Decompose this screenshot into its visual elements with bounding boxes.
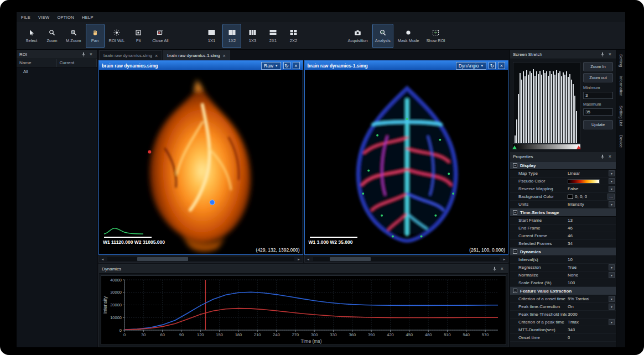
layout-1x3[interactable]: 1X3 [243, 24, 262, 48]
close-icon[interactable]: × [498, 62, 505, 69]
property-value[interactable]: 0; 0; 0... [567, 194, 616, 200]
dropdown-arrow-icon[interactable]: ▼ [609, 201, 615, 207]
update-button[interactable]: Update [583, 120, 613, 129]
property-value[interactable]: None▼ [567, 272, 616, 278]
close-icon[interactable]: × [293, 62, 300, 69]
roi-row-all[interactable]: All [17, 67, 97, 76]
property-value[interactable]: On▼ [567, 304, 616, 310]
property-value[interactable]: 34 [567, 241, 616, 246]
property-value[interactable]: 46 [567, 226, 616, 231]
roi-column-current[interactable]: Current [57, 59, 97, 67]
pin-icon[interactable] [491, 266, 497, 272]
minimum-input[interactable] [583, 92, 613, 99]
scrollbar-track[interactable] [107, 257, 294, 261]
property-value[interactable]: False▼ [567, 186, 616, 192]
scroll-left-icon[interactable]: ◄ [305, 258, 312, 261]
scroll-left-icon[interactable]: ◄ [99, 258, 106, 261]
property-value[interactable]: Linear▼ [567, 170, 616, 176]
property-value[interactable]: 340 [567, 327, 616, 332]
dynamics-chart-svg[interactable]: 0100002000030000400000306090120150180210… [101, 276, 506, 344]
layout-2x2[interactable]: 2X2 [284, 24, 303, 48]
mode-analysis[interactable]: Analysis [372, 24, 393, 48]
side-tab-setting[interactable]: Setting [619, 54, 624, 67]
scroll-right-icon[interactable]: ► [501, 258, 508, 261]
roi-column-name[interactable]: Name [17, 59, 57, 67]
tab-brain-raw-dynamics-simg[interactable]: brain raw dynamics.simg× [99, 50, 162, 60]
pin-icon[interactable] [80, 51, 86, 58]
viewer-raw-title-bar[interactable]: brain raw dynamics.simg Raw ▼ ↻ × [99, 61, 303, 70]
dynangio-image-canvas[interactable]: W1 3.000 W2 35.000 (261, 100, 0.000) [305, 70, 508, 254]
layout-1x1[interactable]: 1X1 [202, 24, 221, 48]
menu-item-option[interactable]: OPTION [57, 15, 74, 20]
property-value[interactable]: 10 [567, 257, 616, 262]
refresh-icon[interactable]: ↻ [283, 62, 290, 69]
tool-roi-w-l[interactable]: ROI W/L [106, 24, 128, 48]
property-section-time-series-image[interactable]: −Time-Series Image [510, 208, 616, 217]
property-value[interactable]: True▼ [567, 264, 616, 270]
refresh-icon[interactable]: ↻ [489, 62, 496, 69]
side-tab-device[interactable]: Device [619, 135, 624, 148]
tab-close-icon[interactable]: × [222, 53, 225, 59]
close-icon[interactable]: × [88, 51, 94, 58]
pin-icon[interactable] [599, 51, 605, 58]
menu-item-help[interactable]: HELP [82, 15, 94, 20]
property-value[interactable]: 100 [567, 280, 616, 285]
scrollbar-thumb[interactable] [137, 257, 188, 261]
dropdown-arrow-icon[interactable]: ▼ [609, 178, 615, 184]
dynangio-viewer-scrollbar[interactable]: ◄ ► [304, 255, 509, 263]
menu-item-file[interactable]: FILE [21, 15, 30, 20]
tool-pan[interactable]: Pan [86, 24, 105, 48]
raw-viewer-scrollbar[interactable]: ◄ ► [98, 255, 303, 263]
maximum-input[interactable] [583, 108, 613, 116]
dynamics-chart[interactable]: 0100002000030000400000306090120150180210… [101, 275, 506, 345]
raw-image-canvas[interactable]: W1 11120.000 W2 31005.000 (429, 132, 139… [99, 70, 303, 254]
property-value[interactable]: 13 [567, 218, 616, 223]
layout-1x2[interactable]: 1X2 [222, 24, 241, 48]
mode-mask-mode[interactable]: Mask Mode [395, 24, 422, 48]
dropdown-arrow-icon[interactable]: ▼ [609, 272, 615, 278]
tool-m-zoom[interactable]: MM.Zoom [63, 24, 84, 48]
property-value[interactable]: 5% Tarrival▼ [567, 296, 616, 302]
dropdown-arrow-icon[interactable]: ▼ [609, 319, 615, 325]
zoom-in-button[interactable]: Zoom In [583, 62, 613, 71]
property-section-display[interactable]: −Display [510, 161, 616, 170]
close-icon[interactable]: × [607, 51, 613, 58]
scroll-right-icon[interactable]: ► [295, 258, 303, 261]
mode-show-roi[interactable]: Show ROI [423, 24, 448, 48]
property-value[interactable]: Intensity▼ [567, 201, 616, 207]
pin-icon[interactable] [599, 154, 605, 160]
side-tab-setting-list[interactable]: Setting List [619, 106, 624, 126]
property-value[interactable]: 0 [567, 335, 616, 340]
dropdown-arrow-icon[interactable]: ▼ [609, 186, 615, 192]
stretch-histogram[interactable] [513, 62, 580, 144]
property-value[interactable]: 3000 [567, 312, 616, 317]
close-icon[interactable]: × [499, 266, 505, 272]
dropdown-arrow-icon[interactable]: ▼ [609, 304, 615, 310]
min-marker[interactable] [512, 145, 517, 149]
property-value[interactable]: ▼ [567, 178, 616, 184]
tool-close-all[interactable]: Close All [149, 24, 171, 48]
scrollbar-track[interactable] [313, 257, 500, 261]
viewer-mode-dropdown[interactable]: Raw ▼ [261, 62, 281, 70]
tool-fit[interactable]: Fit [129, 24, 148, 48]
dropdown-arrow-icon[interactable]: ▼ [609, 264, 615, 270]
property-value[interactable]: 46 [567, 233, 616, 238]
tool-select[interactable]: Select [22, 24, 41, 48]
property-value[interactable]: Tmax▼ [567, 319, 616, 325]
tab-brain-raw-dynamics-1-simg[interactable]: brain raw dynamics-1.simg× [163, 50, 230, 60]
property-section-dynamics[interactable]: −Dynamics [510, 248, 616, 256]
max-marker[interactable] [577, 145, 581, 149]
menu-item-view[interactable]: VIEW [38, 15, 49, 20]
dropdown-arrow-icon[interactable]: ▼ [609, 296, 615, 302]
tool-zoom[interactable]: Zoom [43, 24, 61, 48]
mode-acquisition[interactable]: Acquisition [345, 24, 370, 48]
side-tab-information[interactable]: Information [619, 76, 624, 97]
viewer-dynangio-title-bar[interactable]: brain raw dynamics-1.simg DynAngio ▼ ↻ × [305, 61, 508, 70]
color-picker-button[interactable]: ... [607, 194, 615, 200]
tab-close-icon[interactable]: × [155, 53, 158, 59]
zoom-out-button[interactable]: Zoom out [583, 73, 613, 82]
scrollbar-thumb[interactable] [330, 257, 371, 261]
layout-2x1[interactable]: 2X1 [263, 24, 282, 48]
dropdown-arrow-icon[interactable]: ▼ [609, 170, 615, 176]
property-section-feature-value-extraction[interactable]: −Feature Value Extraction [510, 287, 616, 295]
